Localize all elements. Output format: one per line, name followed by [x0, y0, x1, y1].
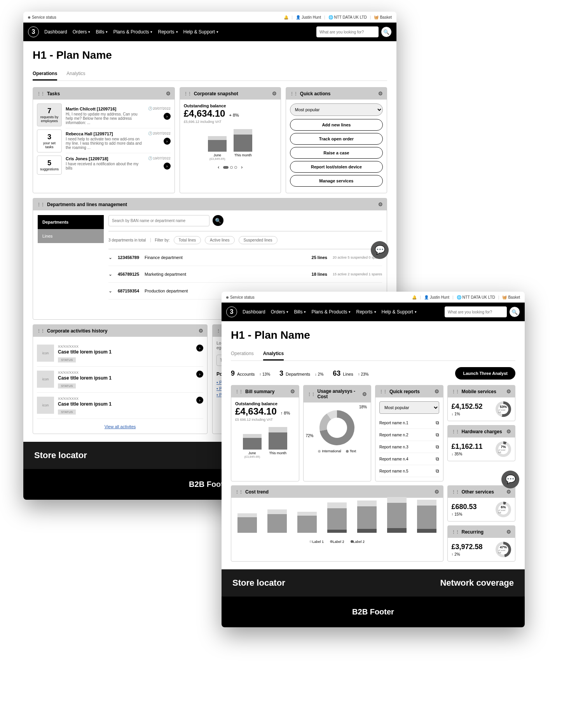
- report-row[interactable]: Report name n.3⧉: [379, 441, 439, 453]
- chat-fab[interactable]: 💬: [371, 241, 389, 259]
- pager-prev[interactable]: ‹: [218, 164, 219, 170]
- gear-icon[interactable]: ⚙: [362, 391, 367, 397]
- tab-operations[interactable]: Operations: [33, 68, 57, 80]
- launch-analyst-button[interactable]: Launch Three Analyst: [455, 367, 515, 380]
- report-row[interactable]: Report name n.1⧉: [379, 417, 439, 429]
- search-button[interactable]: 🔍: [509, 306, 520, 317]
- department-row[interactable]: ⌄ 123456789Finance department 25 lines20…: [108, 249, 382, 266]
- external-link-icon[interactable]: ⧉: [436, 444, 439, 450]
- user-menu[interactable]: 👤 Justin Hunt: [296, 15, 321, 19]
- activity-row[interactable]: icon XX/XX/XXXXCase title lorem ipsum 1S…: [37, 341, 203, 367]
- network-coverage-link[interactable]: Network coverage: [440, 578, 514, 588]
- nav-orders[interactable]: Orders▾: [73, 29, 91, 35]
- sidebar-departments[interactable]: Departments: [38, 215, 104, 229]
- sidebar-lines[interactable]: Lines: [38, 229, 104, 243]
- nav-dashboard[interactable]: Dashboard: [243, 309, 265, 315]
- drag-handle-icon[interactable]: ⋮⋮: [184, 91, 192, 96]
- drag-handle-icon[interactable]: ⋮⋮: [37, 202, 45, 206]
- nav-help[interactable]: Help & Support▾: [382, 309, 417, 315]
- basket-link[interactable]: 🧺 Basket: [502, 295, 520, 299]
- nav-bills[interactable]: Bills▾: [96, 29, 108, 35]
- gear-icon[interactable]: ⚙: [435, 489, 439, 495]
- external-link-icon[interactable]: ⧉: [436, 420, 439, 425]
- gear-icon[interactable]: ⚙: [378, 91, 383, 96]
- expand-icon[interactable]: ⌄: [108, 255, 112, 260]
- nav-reports[interactable]: Reports▾: [356, 309, 376, 315]
- task-count-suggestions[interactable]: 5suggestions: [37, 156, 62, 175]
- gear-icon[interactable]: ⚙: [506, 529, 511, 535]
- notifications-icon[interactable]: 🔔: [412, 295, 417, 299]
- expand-icon[interactable]: ⌄: [108, 288, 112, 294]
- quick-actions-select[interactable]: Most popular: [290, 103, 383, 116]
- three-logo[interactable]: 3: [226, 306, 237, 317]
- open-arrow-icon[interactable]: ›: [196, 371, 203, 378]
- external-link-icon[interactable]: ⧉: [436, 456, 439, 462]
- drag-handle-icon[interactable]: ⋮⋮: [37, 329, 45, 333]
- open-arrow-icon[interactable]: ›: [196, 345, 203, 352]
- chat-fab[interactable]: 💬: [501, 471, 519, 488]
- gear-icon[interactable]: ⚙: [272, 91, 277, 96]
- task-count-requests[interactable]: 7requests by employees: [37, 103, 62, 126]
- report-select[interactable]: Most popular: [379, 401, 439, 414]
- three-logo[interactable]: 3: [28, 26, 39, 37]
- gear-icon[interactable]: ⚙: [166, 91, 171, 96]
- nav-help[interactable]: Help & Support▾: [183, 29, 218, 35]
- quick-action-button[interactable]: Manage services: [290, 175, 383, 187]
- quick-action-button[interactable]: Track open order: [290, 133, 383, 145]
- dept-search-input[interactable]: [108, 215, 209, 226]
- expand-icon[interactable]: ⌄: [108, 271, 112, 277]
- gear-icon[interactable]: ⚙: [378, 201, 383, 207]
- filter-chip[interactable]: Total lines: [174, 236, 201, 244]
- quick-action-button[interactable]: Raise a case: [290, 147, 383, 159]
- gear-icon[interactable]: ⚙: [506, 388, 511, 394]
- report-row[interactable]: Report name n.4⧉: [379, 453, 439, 465]
- view-all-link[interactable]: View all activites: [105, 424, 136, 429]
- gear-icon[interactable]: ⚙: [506, 429, 511, 434]
- gear-icon[interactable]: ⚙: [435, 388, 439, 394]
- open-arrow-icon[interactable]: ›: [164, 163, 171, 170]
- activity-row[interactable]: icon XX/XX/XXXXCase title lorem ipsum 1S…: [37, 367, 203, 393]
- nav-dashboard[interactable]: Dashboard: [44, 29, 67, 35]
- nav-plans[interactable]: Plans & Products▾: [311, 309, 351, 315]
- task-message[interactable]: Rebecca Hall [1209717]I need help to act…: [66, 128, 171, 153]
- tab-operations[interactable]: Operations: [231, 348, 254, 360]
- nav-orders[interactable]: Orders▾: [271, 309, 289, 315]
- open-arrow-icon[interactable]: ›: [196, 397, 203, 404]
- dept-search-button[interactable]: 🔍: [213, 215, 223, 226]
- nav-reports[interactable]: Reports▾: [158, 29, 178, 35]
- open-arrow-icon[interactable]: ›: [164, 138, 171, 145]
- report-row[interactable]: Report name n.5⧉: [379, 465, 439, 477]
- report-row[interactable]: Report name n.2⧉: [379, 429, 439, 441]
- service-status[interactable]: Service status: [28, 15, 56, 19]
- filter-chip[interactable]: Active lines: [205, 236, 235, 244]
- search-button[interactable]: 🔍: [381, 26, 392, 37]
- drag-handle-icon[interactable]: ⋮⋮: [290, 91, 298, 96]
- basket-link[interactable]: 🧺 Basket: [374, 15, 392, 19]
- user-menu[interactable]: 👤 Justin Hunt: [424, 295, 449, 299]
- global-search-input[interactable]: [316, 26, 379, 37]
- gear-icon[interactable]: ⚙: [199, 328, 203, 334]
- task-count-set[interactable]: 3your set tasks: [37, 130, 62, 152]
- tab-analytics[interactable]: Analytics: [66, 68, 85, 80]
- quick-action-button[interactable]: Add new lines: [290, 119, 383, 131]
- task-message[interactable]: Cris Jones [1209718]I have received a no…: [66, 153, 171, 173]
- gear-icon[interactable]: ⚙: [506, 489, 511, 495]
- task-message[interactable]: Martin Chilcott [1209716]Hi, I need to u…: [66, 103, 171, 128]
- external-link-icon[interactable]: ⧉: [436, 432, 439, 438]
- notifications-icon[interactable]: 🔔: [284, 15, 288, 19]
- store-locator-link[interactable]: Store locator: [232, 578, 285, 588]
- quick-action-button[interactable]: Report lost/stolen device: [290, 161, 383, 173]
- filter-chip[interactable]: Suspended lines: [239, 236, 278, 244]
- gear-icon[interactable]: ⚙: [290, 388, 295, 394]
- global-search-input[interactable]: [445, 306, 507, 317]
- service-status[interactable]: Service status: [226, 295, 255, 299]
- open-arrow-icon[interactable]: ›: [164, 113, 171, 120]
- company-menu[interactable]: 🌐 NTT DATA UK LTD: [328, 15, 367, 19]
- drag-handle-icon[interactable]: ⋮⋮: [37, 91, 45, 96]
- tab-analytics[interactable]: Analytics: [263, 348, 284, 360]
- activity-row[interactable]: icon XX/XX/XXXXCase title lorem ipsum 1S…: [37, 393, 203, 419]
- pager-next[interactable]: ›: [241, 164, 243, 170]
- nav-bills[interactable]: Bills▾: [294, 309, 306, 315]
- external-link-icon[interactable]: ⧉: [436, 468, 439, 474]
- department-row[interactable]: ⌄ 456789125Marketing department 18 lines…: [108, 266, 382, 283]
